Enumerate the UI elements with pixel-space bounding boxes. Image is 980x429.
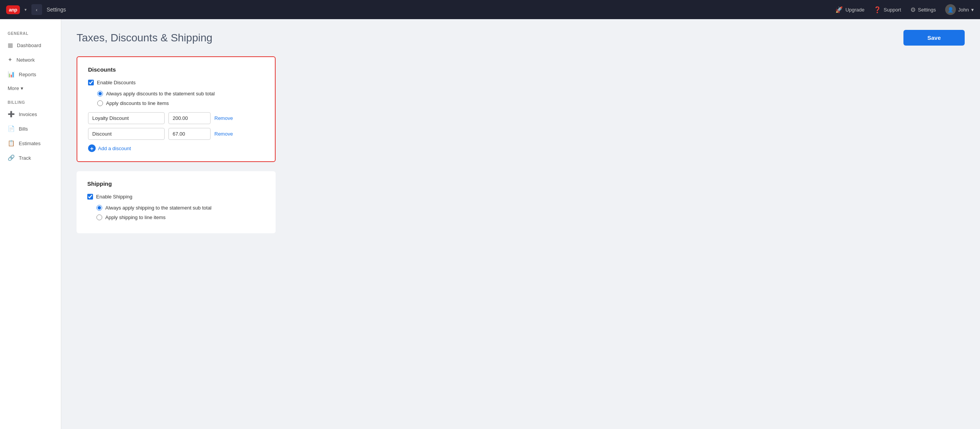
enable-shipping-label: Enable Shipping [96, 194, 132, 200]
shipping-section: Shipping Enable Shipping Always apply sh… [77, 171, 276, 233]
upgrade-button[interactable]: 🚀 Upgrade [835, 6, 864, 13]
discount-always-label: Always apply discounts to the statement … [106, 91, 215, 97]
sidebar-item-track[interactable]: 🔗 Track [0, 151, 61, 164]
sidebar-item-network[interactable]: ✦ Network [0, 53, 61, 66]
estimates-icon: 📋 [8, 140, 15, 147]
upgrade-label: Upgrade [845, 7, 864, 13]
sidebar-item-track-label: Track [19, 155, 31, 161]
shipping-always-label: Always apply shipping to the statement s… [105, 205, 212, 211]
logo-chevron-icon[interactable]: ▾ [24, 7, 27, 12]
sidebar-item-network-label: Network [16, 57, 35, 63]
enable-discounts-row: Enable Discounts [88, 80, 264, 85]
enable-shipping-checkbox[interactable] [87, 194, 93, 200]
network-icon: ✦ [8, 56, 13, 63]
invoices-icon: ➕ [8, 111, 15, 118]
topnav-right-actions: 🚀 Upgrade ❓ Support ⚙ Settings 👤 John ▾ [835, 4, 974, 15]
dashboard-icon: ▦ [8, 42, 13, 49]
shipping-always-radio[interactable] [96, 205, 102, 211]
discount-line-items-label: Apply discounts to line items [106, 100, 169, 106]
topnav-settings-label: Settings [47, 7, 66, 13]
main-content: Taxes, Discounts & Shipping Save Discoun… [61, 19, 980, 429]
shipping-section-title: Shipping [87, 180, 265, 187]
reports-icon: 📊 [8, 71, 15, 78]
user-name: John [958, 7, 969, 13]
shipping-line-items-label: Apply shipping to line items [105, 215, 166, 220]
shipping-radio-line-items-row: Apply shipping to line items [87, 215, 265, 220]
sidebar-item-reports[interactable]: 📊 Reports [0, 68, 61, 81]
help-icon: ❓ [874, 6, 881, 13]
support-button[interactable]: ❓ Support [874, 6, 901, 13]
app-layout: GENERAL ▦ Dashboard ✦ Network 📊 Reports … [0, 19, 980, 429]
sidebar-item-estimates-label: Estimates [19, 141, 41, 146]
sidebar-item-bills-label: Bills [19, 126, 28, 132]
sidebar-more-label: More [8, 85, 19, 91]
back-icon: ‹ [36, 7, 37, 13]
sidebar: GENERAL ▦ Dashboard ✦ Network 📊 Reports … [0, 19, 61, 429]
discount-amount-input-2[interactable] [168, 128, 211, 140]
discount-name-input-1[interactable] [88, 112, 165, 124]
avatar: 👤 [945, 4, 956, 15]
add-discount-icon: + [88, 144, 96, 152]
sidebar-item-dashboard-label: Dashboard [17, 43, 41, 48]
bills-icon: 📄 [8, 125, 15, 132]
enable-shipping-row: Enable Shipping [87, 194, 265, 200]
sidebar-item-invoices[interactable]: ➕ Invoices [0, 108, 61, 121]
sidebar-item-dashboard[interactable]: ▦ Dashboard [0, 39, 61, 52]
radio-line-items-row: Apply discounts to line items [88, 100, 264, 106]
remove-discount-1-button[interactable]: Remove [214, 115, 233, 121]
add-discount-button[interactable]: + Add a discount [88, 144, 264, 152]
app-logo: anp [6, 5, 20, 14]
user-menu[interactable]: 👤 John ▾ [945, 4, 974, 15]
enable-discounts-checkbox[interactable] [88, 80, 94, 85]
save-button[interactable]: Save [903, 30, 965, 46]
discounts-section-title: Discounts [88, 66, 264, 73]
discount-row-1: Remove [88, 112, 264, 124]
sidebar-more-button[interactable]: More ▾ [0, 82, 61, 94]
discount-name-input-2[interactable] [88, 128, 165, 140]
discount-amount-input-1[interactable] [168, 112, 211, 124]
radio-always-row: Always apply discounts to the statement … [88, 91, 264, 97]
top-navigation: anp ▾ ‹ Settings 🚀 Upgrade ❓ Support ⚙ S… [0, 0, 980, 19]
avatar-icon: 👤 [947, 7, 954, 13]
discounts-section: Discounts Enable Discounts Always apply … [77, 56, 276, 162]
remove-discount-2-button[interactable]: Remove [214, 131, 233, 137]
rocket-icon: 🚀 [835, 6, 843, 13]
enable-discounts-label: Enable Discounts [97, 80, 136, 85]
sidebar-more-chevron-icon: ▾ [21, 85, 23, 91]
discount-row-2: Remove [88, 128, 264, 140]
settings-nav-label: Settings [918, 7, 936, 13]
page-header: Taxes, Discounts & Shipping Save [77, 30, 965, 46]
page-title: Taxes, Discounts & Shipping [77, 32, 212, 44]
back-button[interactable]: ‹ [31, 4, 42, 15]
sidebar-item-estimates[interactable]: 📋 Estimates [0, 137, 61, 150]
discount-always-radio[interactable] [97, 91, 103, 97]
shipping-line-items-radio[interactable] [96, 215, 102, 220]
sidebar-billing-label: BILLING [0, 96, 61, 106]
sidebar-item-bills[interactable]: 📄 Bills [0, 122, 61, 135]
sidebar-item-reports-label: Reports [19, 72, 36, 77]
sidebar-item-invoices-label: Invoices [19, 111, 37, 117]
user-chevron-icon: ▾ [971, 7, 974, 13]
support-label: Support [884, 7, 901, 13]
discount-line-items-radio[interactable] [97, 100, 103, 106]
shipping-radio-always-row: Always apply shipping to the statement s… [87, 205, 265, 211]
settings-nav-button[interactable]: ⚙ Settings [910, 6, 936, 13]
add-discount-label: Add a discount [98, 146, 131, 151]
sidebar-general-label: GENERAL [0, 27, 61, 37]
track-icon: 🔗 [8, 154, 15, 161]
gear-icon: ⚙ [910, 6, 916, 13]
